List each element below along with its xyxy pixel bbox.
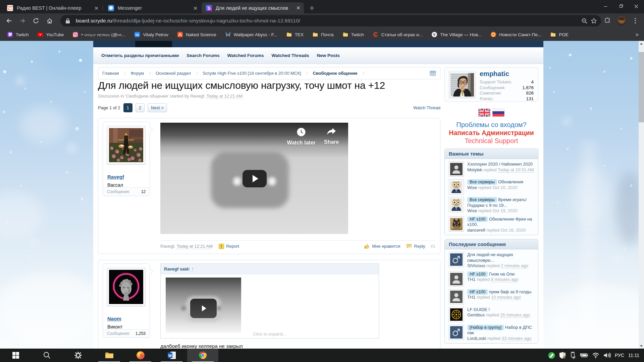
- uk-flag[interactable]: [478, 109, 490, 117]
- browser-menu-kebab-icon[interactable]: [630, 16, 640, 26]
- write-admin-link[interactable]: Написать Администрации: [444, 129, 538, 137]
- menu-new-posts[interactable]: New Posts: [317, 53, 340, 58]
- volume-icon[interactable]: [603, 352, 611, 358]
- replier-name[interactable]: TH1: [467, 295, 476, 300]
- extensions-puzzle-icon[interactable]: [602, 16, 612, 26]
- russia-flag[interactable]: [492, 109, 504, 117]
- video-play-button[interactable]: [243, 170, 267, 187]
- keyboard-language[interactable]: РУС: [615, 353, 624, 358]
- important-topic-item[interactable]: Хэллоуин 2020 / Halloween 2020 Motylek r…: [449, 162, 536, 177]
- menu-watched-forums[interactable]: Watched Forums: [227, 53, 264, 58]
- replier-name[interactable]: TH1: [467, 277, 476, 282]
- bookmark-folder-pochta[interactable]: Почта: [310, 31, 336, 39]
- reply-date[interactable]: Oct 19, 2020: [492, 208, 517, 213]
- word-button[interactable]: W: [156, 349, 187, 362]
- bookmark-instagram[interactable]: • vitaliy petrov (@fr...: [70, 31, 128, 39]
- important-topic-item[interactable]: Все серверы Время играть! Подарки с 9 по…: [449, 197, 536, 214]
- recent-message-item[interactable]: LF GUIDE ! Gentibus replied 25 minutes a…: [449, 307, 536, 322]
- usb-device-icon[interactable]: [570, 352, 576, 359]
- url-text[interactable]: board.scryde.ru/threads/dlja-ljudej-ne-i…: [76, 18, 580, 24]
- login-problems-link[interactable]: Проблемы со входом?: [444, 121, 538, 129]
- quick-nav-grid-icon[interactable]: [430, 71, 436, 76]
- visitor-avatar[interactable]: [449, 72, 475, 98]
- lock-icon[interactable]: [63, 16, 72, 25]
- bookmark-vk[interactable]: VKVitaly Petrov: [132, 31, 171, 39]
- reply-date[interactable]: Oct 16, 2020: [501, 228, 526, 233]
- tab-forum-active[interactable]: S Для людей не ищущих смыслов: [202, 2, 304, 13]
- recent-message-item[interactable]: Для людей не ищущих смысловую... StVicio…: [449, 252, 536, 269]
- back-icon[interactable]: [4, 16, 14, 26]
- bookmark-folder-tex[interactable]: TEX: [284, 31, 306, 39]
- breadcrumb-server[interactable]: Scryde High Five x100 [18 сентября в 20:…: [203, 71, 301, 76]
- tab-close-icon[interactable]: [193, 5, 198, 11]
- click-to-expand[interactable]: Click to expand...: [161, 331, 379, 337]
- topic-title[interactable]: прем баф за 9 голды: [489, 289, 531, 294]
- close-window-button[interactable]: [629, 0, 644, 13]
- important-topic-item[interactable]: Все серверы Обновления Wise replied Oct …: [449, 179, 536, 194]
- breadcrumb-forum[interactable]: Форум: [130, 71, 144, 76]
- breadcrumb-current[interactable]: Свободное общение: [313, 71, 357, 76]
- topic-title[interactable]: LF GUIDE !: [467, 307, 490, 312]
- scroll-down-arrow[interactable]: [639, 343, 644, 349]
- scroll-up-arrow[interactable]: [639, 41, 644, 46]
- browser-scrollbar[interactable]: [639, 41, 644, 349]
- reply-date[interactable]: 8 minutes ago: [491, 277, 519, 282]
- visitor-username[interactable]: emphatic: [480, 70, 509, 78]
- bookmark-wallpaper-abyss[interactable]: Wallpaper Abyss - F...: [223, 31, 280, 39]
- chrome-button[interactable]: [187, 349, 218, 362]
- forum-navbar-active-tab[interactable]: [135, 41, 172, 47]
- thread-forum-link[interactable]: Свободное общение: [126, 94, 168, 99]
- recent-message-item[interactable]: HF x100 прем баф за 9 голды TH1 replied …: [449, 289, 536, 304]
- topic-title[interactable]: Хэллоуин 2020 / Halloween 2020: [467, 162, 533, 167]
- taskbar-settings-button[interactable]: [62, 349, 94, 362]
- topic-title[interactable]: Обновления: [498, 179, 523, 184]
- replier-name[interactable]: StVicious: [467, 263, 485, 268]
- bookmark-folder-twitch[interactable]: Twitch: [340, 31, 366, 39]
- bookmark-twitch[interactable]: Twitch: [5, 31, 31, 39]
- reply-link[interactable]: Reply: [414, 244, 425, 249]
- replier-name[interactable]: Wise: [467, 208, 477, 213]
- replier-name[interactable]: LordLoski: [467, 336, 486, 341]
- tab-close-icon[interactable]: [296, 5, 301, 11]
- post-2-avatar[interactable]: [107, 268, 145, 306]
- bookmarks-overflow-chevron[interactable]: »: [632, 28, 643, 41]
- important-topic-item[interactable]: HF x100 Обновлении Фреи на x100. dancere…: [449, 217, 536, 233]
- taskbar-search-button[interactable]: [31, 349, 62, 362]
- battery-icon[interactable]: [580, 352, 588, 359]
- firefox-button[interactable]: [125, 349, 156, 362]
- reply-date[interactable]: 33 minutes ago: [502, 336, 532, 341]
- replier-name[interactable]: Motylek: [467, 167, 482, 172]
- bookmark-spb-news[interactable]: Новости Санкт-Пе...: [488, 31, 544, 39]
- bookmark-folder-poe[interactable]: POE: [548, 31, 571, 39]
- tab-close-icon[interactable]: [94, 5, 99, 11]
- file-explorer-button[interactable]: [94, 349, 125, 362]
- new-tab-button[interactable]: [307, 3, 317, 13]
- quote-attribution[interactable]: Ravegf said:: [164, 266, 190, 272]
- replier-name[interactable]: Gentibus: [467, 312, 485, 317]
- recent-message-item[interactable]: [Набор в группу] Набор в ДПС пак LordLos…: [449, 325, 536, 342]
- menu-search-forums[interactable]: Search Forums: [186, 53, 219, 58]
- zoom-out-icon[interactable]: [580, 16, 589, 25]
- breadcrumb-home[interactable]: Главная: [102, 71, 119, 76]
- post-1-avatar[interactable]: [107, 126, 145, 164]
- defender-shield-icon[interactable]: [559, 352, 566, 359]
- reply-date[interactable]: Today at 10:01 AM: [498, 167, 534, 173]
- reply-date[interactable]: 10 minutes ago: [491, 295, 521, 300]
- post-1-footer-date[interactable]: Today at 12:21 AM: [176, 244, 213, 249]
- start-button[interactable]: [0, 349, 31, 362]
- minimize-button[interactable]: [598, 0, 613, 13]
- thread-date[interactable]: Today at 12:21 AM: [206, 94, 243, 99]
- address-bar[interactable]: board.scryde.ru/threads/dlja-ljudej-ne-i…: [60, 15, 601, 26]
- post-1-username[interactable]: Ravegf: [107, 174, 124, 180]
- recent-message-item[interactable]: HF x100 Гном на Оли TH1 replied 8 minute…: [449, 272, 536, 287]
- profile-avatar[interactable]: [616, 16, 627, 26]
- post-1-footer-author[interactable]: Ravegf,: [160, 244, 175, 249]
- replier-name[interactable]: dancerelf: [467, 228, 485, 233]
- reply-date[interactable]: 2 minutes ago: [501, 263, 528, 268]
- forward-icon[interactable]: [17, 16, 28, 26]
- scrollbar-thumb[interactable]: [639, 52, 644, 122]
- post-number[interactable]: #1: [431, 244, 435, 249]
- menu-watched-threads[interactable]: Watched Threads: [272, 53, 309, 58]
- reply-date[interactable]: 25 minutes ago: [500, 312, 530, 318]
- like-link[interactable]: Мне нравится: [372, 244, 400, 249]
